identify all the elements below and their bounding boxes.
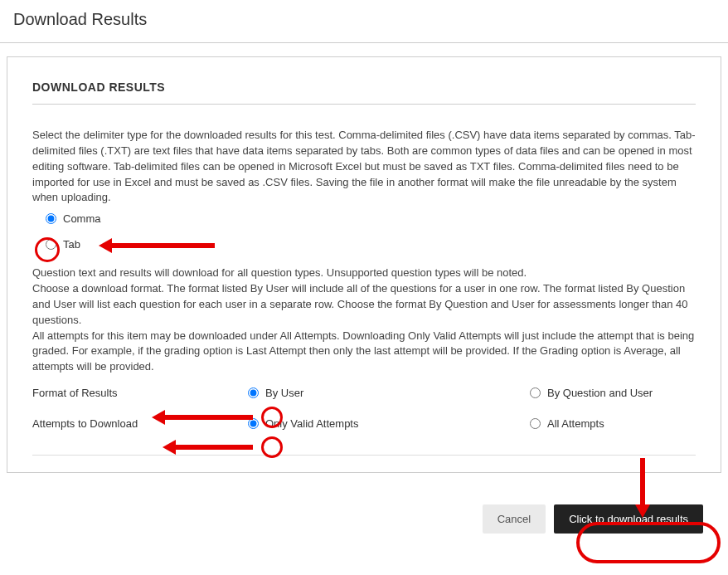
attempts-to-download-label: Attempts to Download xyxy=(32,417,248,430)
radio-tab-label: Tab xyxy=(63,238,80,251)
format-by-question-cell: By Question and User xyxy=(530,387,696,399)
cancel-button[interactable]: Cancel xyxy=(483,504,546,534)
page-title: Download Results xyxy=(0,0,728,43)
delimiter-tab-row: Tab xyxy=(46,238,696,251)
radio-comma-label: Comma xyxy=(63,212,101,225)
radio-by-user-label: By User xyxy=(265,387,303,399)
format-desc-line2: Choose a download format. The format lis… xyxy=(32,281,696,329)
options-grid: Format of Results By User By Question an… xyxy=(32,387,696,430)
format-desc-line1: Question text and results will download … xyxy=(32,266,696,281)
radio-by-question-and-user[interactable] xyxy=(530,387,541,398)
section-divider xyxy=(32,455,696,456)
radio-by-user[interactable] xyxy=(248,387,259,398)
section-heading: DOWNLOAD RESULTS xyxy=(32,80,696,105)
radio-by-question-and-user-label: By Question and User xyxy=(547,387,653,399)
format-description: Question text and results will download … xyxy=(32,266,696,375)
delimiter-comma-row: Comma xyxy=(46,212,696,225)
button-bar: Cancel Click to download results xyxy=(0,473,728,550)
format-by-user-cell: By User xyxy=(248,387,530,399)
radio-only-valid-attempts-label: Only Valid Attempts xyxy=(265,417,358,430)
radio-all-attempts-label: All Attempts xyxy=(547,417,604,430)
attempts-all-cell: All Attempts xyxy=(530,417,696,430)
radio-tab[interactable] xyxy=(46,239,56,250)
radio-only-valid-attempts[interactable] xyxy=(248,418,259,429)
download-results-frame: DOWNLOAD RESULTS Select the delimiter ty… xyxy=(7,56,721,473)
attempts-valid-cell: Only Valid Attempts xyxy=(248,417,530,430)
delimiter-description: Select the delimiter type for the downlo… xyxy=(32,128,696,206)
radio-all-attempts[interactable] xyxy=(530,418,541,429)
click-to-download-results-button[interactable]: Click to download results xyxy=(554,504,703,534)
format-of-results-label: Format of Results xyxy=(32,387,248,399)
format-desc-line3: All attempts for this item may be downlo… xyxy=(32,329,696,376)
radio-comma[interactable] xyxy=(46,213,56,224)
